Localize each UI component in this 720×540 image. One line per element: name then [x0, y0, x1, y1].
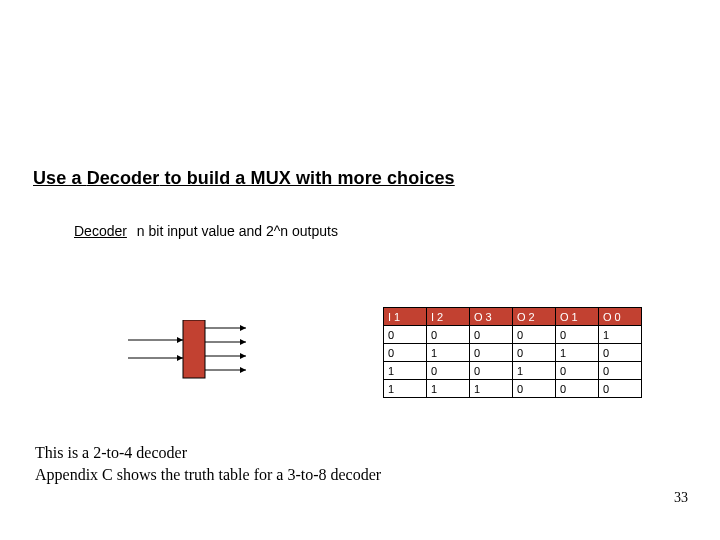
- table-cell: 0: [556, 326, 599, 344]
- table-cell: 0: [470, 326, 513, 344]
- table-cell: 0: [513, 326, 556, 344]
- table-header: O 0: [599, 308, 642, 326]
- table-cell: 0: [384, 344, 427, 362]
- caption: This is a 2-to-4 decoder Appendix C show…: [35, 442, 381, 485]
- table-cell: 0: [470, 362, 513, 380]
- decoder-diagram: [128, 320, 248, 380]
- truth-table: I 1 I 2 O 3 O 2 O 1 O 0 0 0 0 0 0 1 0 1 …: [383, 307, 642, 398]
- svg-marker-2: [177, 337, 183, 343]
- table-cell: 0: [470, 344, 513, 362]
- title-keyword: Decoder: [87, 168, 160, 188]
- title-suffix: to build a MUX with more choices: [159, 168, 454, 188]
- table-cell: 0: [599, 344, 642, 362]
- svg-marker-12: [240, 367, 246, 373]
- table-header: I 2: [427, 308, 470, 326]
- table-row: 1 0 0 1 0 0: [384, 362, 642, 380]
- table-cell: 0: [599, 380, 642, 398]
- table-cell: 1: [470, 380, 513, 398]
- svg-marker-8: [240, 339, 246, 345]
- table-cell: 1: [556, 344, 599, 362]
- table-row: 1 1 1 0 0 0: [384, 380, 642, 398]
- slide-title: Use a Decoder to build a MUX with more c…: [33, 168, 455, 189]
- caption-line-2: Appendix C shows the truth table for a 3…: [35, 464, 381, 486]
- svg-rect-0: [183, 320, 205, 378]
- table-cell: 1: [427, 380, 470, 398]
- table-header: O 1: [556, 308, 599, 326]
- table-cell: 0: [556, 362, 599, 380]
- svg-marker-4: [177, 355, 183, 361]
- svg-marker-10: [240, 353, 246, 359]
- table-cell: 0: [427, 326, 470, 344]
- table-cell: 1: [599, 326, 642, 344]
- table-row: 0 1 0 0 1 0: [384, 344, 642, 362]
- definition-line: Decoder n bit input value and 2^n output…: [74, 223, 338, 239]
- decoder-icon: [128, 320, 248, 380]
- table-cell: 1: [384, 380, 427, 398]
- table-header-row: I 1 I 2 O 3 O 2 O 1 O 0: [384, 308, 642, 326]
- page-number: 33: [674, 490, 688, 506]
- table-cell: 0: [556, 380, 599, 398]
- definition-keyword: Decoder: [74, 223, 133, 239]
- table-header: I 1: [384, 308, 427, 326]
- table-cell: 0: [513, 344, 556, 362]
- table-cell: 0: [427, 362, 470, 380]
- table-cell: 1: [384, 362, 427, 380]
- table-cell: 0: [384, 326, 427, 344]
- table-row: 0 0 0 0 0 1: [384, 326, 642, 344]
- table-header: O 2: [513, 308, 556, 326]
- table-cell: 1: [513, 362, 556, 380]
- table-cell: 0: [513, 380, 556, 398]
- slide: Use a Decoder to build a MUX with more c…: [0, 0, 720, 540]
- svg-marker-6: [240, 325, 246, 331]
- caption-line-1: This is a 2-to-4 decoder: [35, 442, 381, 464]
- table-cell: 1: [427, 344, 470, 362]
- title-prefix: Use a: [33, 168, 87, 188]
- table-cell: 0: [599, 362, 642, 380]
- definition-text: n bit input value and 2^n outputs: [137, 223, 338, 239]
- table-header: O 3: [470, 308, 513, 326]
